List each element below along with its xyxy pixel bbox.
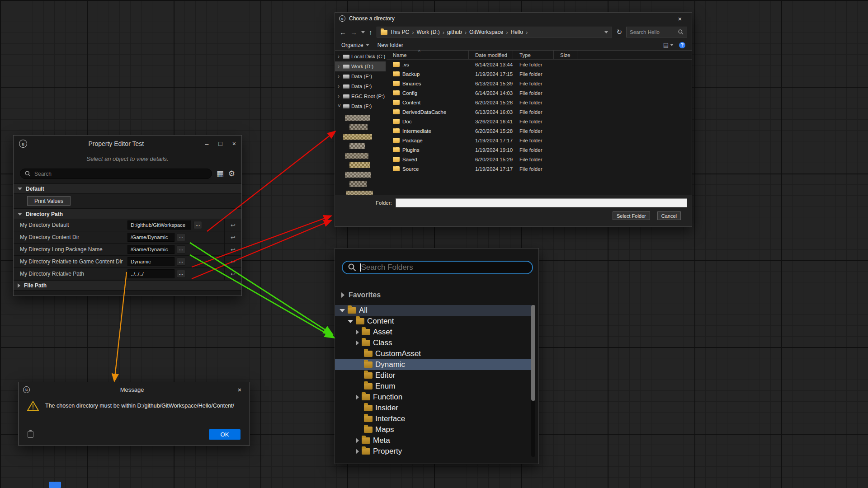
folder-search-input[interactable]: Search Folders (342, 261, 533, 274)
chevron-icon[interactable]: ˅ (338, 103, 341, 109)
reset-to-default-icon[interactable]: ↩ (224, 244, 241, 255)
section-directory-path[interactable]: Directory Path (14, 209, 241, 219)
organize-menu[interactable]: Organize (341, 42, 369, 48)
tree-item-content[interactable]: Content (335, 316, 532, 327)
table-row[interactable]: DerivedDataCache6/13/2024 16:03File fold… (387, 107, 692, 117)
search-input[interactable]: Search (20, 169, 212, 179)
tree-item-all[interactable]: All (335, 305, 532, 316)
sidebar-drive-item[interactable]: ˅Data (F:) (335, 101, 386, 111)
history-dropdown-icon[interactable] (361, 31, 365, 33)
tree-item-function[interactable]: Function (335, 392, 532, 403)
browse-ellipsis-button[interactable]: ... (177, 258, 185, 266)
sidebar-drive-item[interactable]: ›Data (F:) (335, 81, 386, 91)
back-button[interactable]: ← (340, 28, 346, 36)
message-titlebar[interactable]: u Message × (19, 382, 250, 397)
view-mode-selector[interactable]: ▤ (663, 42, 674, 48)
tree-item-insider[interactable]: Insider (335, 403, 532, 413)
tree-item-maps[interactable]: Maps (335, 424, 532, 435)
table-row[interactable]: .vs6/14/2024 13:44File folder (387, 60, 692, 69)
breadcrumb-item[interactable]: Work (D:) (417, 29, 440, 35)
tree-item-dynamic[interactable]: Dynamic (335, 359, 532, 370)
table-row[interactable]: Config6/14/2024 14:03File folder (387, 88, 692, 98)
tree-item-class[interactable]: Class (335, 338, 532, 348)
select-folder-button[interactable]: Select Folder (613, 211, 650, 220)
tree-item-customasset[interactable]: CustomAsset (335, 348, 532, 359)
minimize-button[interactable]: – (205, 140, 209, 147)
scrollbar[interactable] (531, 305, 535, 457)
new-folder-button[interactable]: New folder (377, 42, 403, 48)
chevron-icon[interactable]: › (338, 93, 341, 99)
close-button[interactable]: × (672, 15, 688, 23)
expanded-triangle-icon[interactable] (340, 309, 345, 312)
column-header[interactable]: Type (513, 51, 554, 59)
collapsed-triangle-icon[interactable] (356, 340, 359, 346)
help-icon[interactable]: ? (679, 42, 685, 48)
table-row[interactable]: Package1/19/2024 17:17File folder (387, 136, 692, 145)
tree-item-property[interactable]: Property (335, 446, 532, 457)
section-default[interactable]: Default (14, 183, 241, 194)
table-row[interactable]: Source1/19/2024 17:17File folder (387, 164, 692, 174)
property-value-input[interactable]: Dynamic (127, 257, 175, 266)
browse-ellipsis-button[interactable]: ... (177, 270, 185, 278)
table-row[interactable]: Intermediate6/20/2024 15:28File folder (387, 126, 692, 136)
collapsed-triangle-icon[interactable] (356, 438, 359, 443)
column-header[interactable]: Date modified (469, 51, 513, 59)
property-value-input[interactable]: /Game/Dynamic (127, 233, 175, 242)
breadcrumb-item[interactable]: github (447, 29, 462, 35)
breadcrumb[interactable]: This PC›Work (D:)›github›GitWorkspace›He… (377, 27, 613, 38)
table-row[interactable]: Saved6/20/2024 15:29File folder (387, 155, 692, 164)
chevron-icon[interactable]: › (338, 73, 341, 80)
view-options-icon[interactable]: ▦ (217, 169, 224, 178)
column-header[interactable]: Name^ (387, 51, 469, 59)
collapsed-triangle-icon[interactable] (356, 329, 359, 335)
close-button[interactable]: × (234, 386, 245, 394)
favorites-section[interactable]: Favorites (341, 291, 381, 299)
taskbar-peek-chip[interactable] (49, 482, 61, 488)
property-editor-titlebar[interactable]: u Property Editor Test – □ × (14, 136, 241, 152)
tree-item-asset[interactable]: Asset (335, 327, 532, 338)
chevron-icon[interactable]: › (338, 63, 341, 70)
browse-ellipsis-button[interactable]: ... (177, 233, 185, 241)
breadcrumb-item[interactable]: Hello (511, 29, 523, 35)
reset-to-default-icon[interactable]: ↩ (224, 231, 241, 243)
folder-name-input[interactable] (396, 198, 687, 207)
reset-to-default-icon[interactable]: ↩ (224, 268, 241, 280)
print-values-button[interactable]: Print Values (27, 196, 71, 206)
chevron-icon[interactable]: › (338, 53, 341, 60)
reset-to-default-icon[interactable]: ↩ (224, 219, 241, 231)
scrollbar-thumb[interactable] (531, 305, 535, 401)
browse-ellipsis-button[interactable]: ... (193, 221, 202, 229)
reset-to-default-icon[interactable]: ↩ (224, 256, 241, 267)
explorer-search-input[interactable]: Search Hello (626, 27, 687, 38)
breadcrumb-item[interactable]: GitWorkspace (469, 29, 503, 35)
close-button[interactable]: × (232, 140, 236, 147)
table-row[interactable]: Content6/20/2024 15:28File folder (387, 98, 692, 107)
sidebar-drive-item[interactable]: ›Local Disk (C:) (335, 52, 386, 61)
collapsed-triangle-icon[interactable] (356, 394, 359, 400)
forward-button[interactable]: → (350, 28, 357, 36)
section-file-path[interactable]: File Path (14, 280, 241, 291)
up-button[interactable]: ↑ (369, 28, 373, 36)
sidebar-drive-item[interactable]: ›Work (D:) (335, 61, 386, 71)
cancel-button[interactable]: Cancel (657, 211, 681, 220)
tree-item-interface[interactable]: Interface (335, 413, 532, 424)
tree-item-enum[interactable]: Enum (335, 381, 532, 392)
column-header[interactable]: Size (554, 51, 577, 59)
tree-item-meta[interactable]: Meta (335, 435, 532, 446)
browse-ellipsis-button[interactable]: ... (177, 245, 185, 253)
table-row[interactable]: Doc3/26/2024 16:41File folder (387, 117, 692, 126)
table-row[interactable]: Binaries6/13/2024 15:39File folder (387, 79, 692, 88)
sidebar-drive-item[interactable]: ›EGC Root (P:) (335, 91, 386, 101)
maximize-button[interactable]: □ (218, 140, 222, 147)
copy-to-clipboard-icon[interactable] (28, 431, 33, 438)
expanded-triangle-icon[interactable] (348, 320, 353, 323)
sidebar-drive-item[interactable]: ›Data (E:) (335, 71, 386, 81)
tree-item-editor[interactable]: Editor (335, 370, 532, 381)
property-value-input[interactable]: ../../../ (127, 269, 175, 278)
address-dropdown-icon[interactable] (604, 31, 608, 33)
table-row[interactable]: Backup1/19/2024 17:15File folder (387, 69, 692, 79)
chevron-icon[interactable]: › (338, 83, 341, 89)
property-value-input[interactable]: D:/github/GitWorkspace (127, 221, 191, 230)
collapsed-triangle-icon[interactable] (356, 449, 359, 454)
property-value-input[interactable]: /Game/Dynamic (127, 245, 175, 254)
